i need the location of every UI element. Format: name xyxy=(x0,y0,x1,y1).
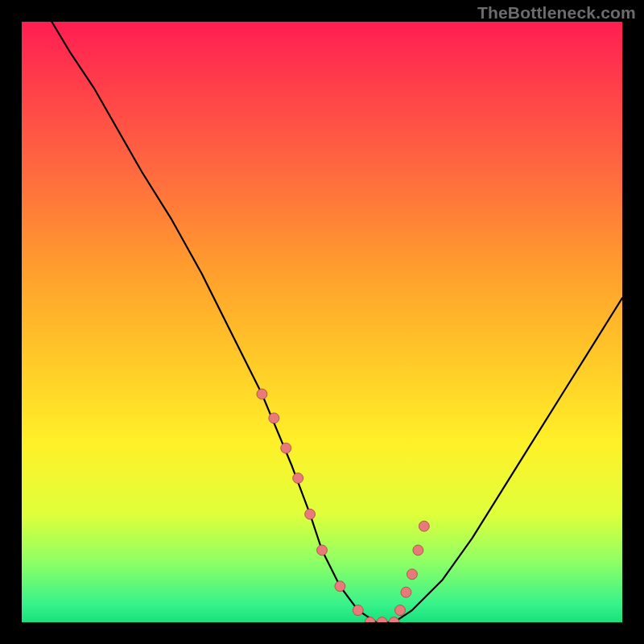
watermark-text: TheBottleneck.com xyxy=(477,3,636,23)
data-point xyxy=(317,545,328,555)
data-point xyxy=(419,521,429,531)
data-point xyxy=(407,569,417,580)
data-point xyxy=(401,587,411,597)
markers-group xyxy=(257,389,429,622)
data-point xyxy=(269,413,279,423)
bottleneck-curve xyxy=(52,22,622,622)
data-point xyxy=(257,389,267,399)
data-point xyxy=(335,581,345,592)
data-point xyxy=(395,605,406,616)
data-point xyxy=(353,605,363,616)
data-point xyxy=(281,443,291,453)
data-point xyxy=(305,509,316,519)
plot-svg xyxy=(22,22,622,622)
chart-stage: TheBottleneck.com xyxy=(0,0,644,644)
data-point xyxy=(389,617,399,622)
data-point xyxy=(377,617,387,622)
data-point xyxy=(365,617,375,622)
plot-area xyxy=(20,20,624,624)
data-point xyxy=(293,473,303,483)
data-point xyxy=(413,545,423,555)
